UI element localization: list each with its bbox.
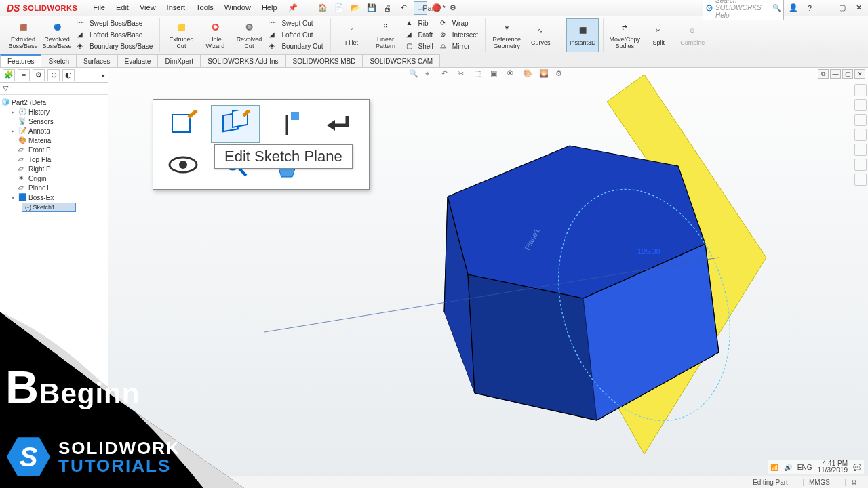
curves-button[interactable]: ∿Curves xyxy=(524,18,557,52)
feature-tree-tab-icon[interactable]: 🧩 xyxy=(3,69,15,81)
user-icon[interactable]: 👤 xyxy=(787,2,800,14)
tree-sketch1[interactable]: (-) Sketch1 xyxy=(22,203,76,212)
taskpane-explore-icon[interactable] xyxy=(854,114,867,126)
hole-wizard-button[interactable]: ⭕Hole Wizard xyxy=(199,18,231,52)
fillet-button[interactable]: ◜Fillet xyxy=(336,18,368,52)
tree-origin[interactable]: ✶Origin xyxy=(1,174,106,183)
search-glass-icon[interactable]: 🔍 xyxy=(772,4,781,12)
print-icon[interactable]: 🖨 xyxy=(381,1,395,15)
maximize-icon[interactable]: ▢ xyxy=(835,2,849,14)
close-icon[interactable]: ✕ xyxy=(852,2,865,14)
svg-text:?: ? xyxy=(708,6,711,11)
rib-button[interactable]: ▲Rib xyxy=(403,18,436,29)
dim-tab-icon[interactable]: ⊕ xyxy=(47,69,60,81)
tree-front-plane[interactable]: ▱Front P xyxy=(1,145,106,155)
tab-surfaces[interactable]: Surfaces xyxy=(76,54,117,67)
display-tab-icon[interactable]: ◐ xyxy=(62,69,75,81)
taskpane-appear-icon[interactable] xyxy=(854,144,867,156)
taskpane-view-icon[interactable] xyxy=(854,129,867,141)
tab-evaluate[interactable]: Evaluate xyxy=(117,54,159,67)
dimension-label: 105.38 xyxy=(637,247,660,256)
help-icon: ? xyxy=(706,5,713,12)
status-units[interactable]: MMGS xyxy=(803,479,835,486)
menu-view[interactable]: View xyxy=(135,1,161,14)
open-icon[interactable]: 📂 xyxy=(349,1,362,15)
options-icon[interactable]: ⚙ xyxy=(446,1,460,15)
ctx-edit-sketch-plane-icon[interactable] xyxy=(211,105,260,143)
menu-insert[interactable]: Insert xyxy=(162,1,191,14)
ctx-back-icon[interactable] xyxy=(315,105,364,143)
taskpane-forum-icon[interactable] xyxy=(854,174,867,186)
mirror-button[interactable]: ⧋Mirror xyxy=(437,41,481,52)
tab-addins[interactable]: SOLIDWORKS Add-Ins xyxy=(200,54,285,67)
ctx-edit-sketch-icon[interactable] xyxy=(159,105,208,143)
search-help-box[interactable]: ? Search SOLIDWORKS Help 🔍 xyxy=(703,0,784,20)
lofted-cut-button[interactable]: ◢Lofted Cut xyxy=(267,30,326,41)
title-bar: DS SOLIDWORKS File Edit View Insert Tool… xyxy=(0,0,868,16)
tab-sketch[interactable]: Sketch xyxy=(41,54,77,67)
tray-notif-icon[interactable]: 💬 xyxy=(853,464,861,471)
revolved-cut-button[interactable]: 🔘Revolved Cut xyxy=(233,18,265,52)
save-icon[interactable]: 💾 xyxy=(365,1,378,15)
taskpane-prop-icon[interactable] xyxy=(854,159,867,171)
tab-features[interactable]: Features xyxy=(0,54,41,67)
tree-root[interactable]: 🧊Part2 (Defa xyxy=(1,98,106,107)
vp-close-icon[interactable]: ✕ xyxy=(854,69,865,79)
tree-top-plane[interactable]: ▱Top Pla xyxy=(1,155,106,164)
tray-sound-icon[interactable]: 🔊 xyxy=(784,464,792,471)
wrap-button[interactable]: ⟳Wrap xyxy=(437,18,481,29)
tab-dimxpert[interactable]: DimXpert xyxy=(157,54,201,67)
filter-icon[interactable]: ▽ xyxy=(0,83,108,95)
tree-plane1[interactable]: ▱Plane1 xyxy=(1,183,106,192)
minimize-icon[interactable]: — xyxy=(819,2,833,14)
revolved-boss-button[interactable]: 🔵Revolved Boss/Base xyxy=(41,18,73,52)
lofted-boss-button[interactable]: ◢Lofted Boss/Base xyxy=(75,30,155,41)
split-button[interactable]: ✂Split xyxy=(642,18,675,52)
tray-wifi-icon[interactable]: 📶 xyxy=(770,464,778,471)
tree-boss-extrude[interactable]: ▾🟦Boss-Ex xyxy=(1,192,106,202)
menu-window[interactable]: Window xyxy=(220,1,256,14)
swept-cut-button[interactable]: 〰Swept Cut xyxy=(267,18,326,29)
feature-tree: 🧊Part2 (Defa ▸🕘History 📡Sensors ▸📝Annota… xyxy=(0,95,108,215)
menu-pin-icon[interactable]: 📌 xyxy=(283,1,302,14)
tree-annotations[interactable]: ▸📝Annota xyxy=(1,126,106,136)
tab-cam[interactable]: SOLIDWORKS CAM xyxy=(362,54,440,67)
sidebar-arrow-icon[interactable]: ▸ xyxy=(102,72,105,79)
boundary-cut-button[interactable]: ◈Boundary Cut xyxy=(267,41,326,52)
intersect-button[interactable]: ⊗Intersect xyxy=(437,30,481,41)
help-dropdown-icon[interactable]: ? xyxy=(803,2,816,14)
linear-pattern-button[interactable]: ⠿Linear Pattern xyxy=(370,18,402,52)
tree-material[interactable]: 🎨Materia xyxy=(1,136,106,145)
tree-right-plane[interactable]: ▱Right P xyxy=(1,164,106,174)
reference-geometry-button[interactable]: ◈Reference Geometry xyxy=(490,18,523,52)
boundary-boss-button[interactable]: ◈Boundary Boss/Base xyxy=(75,41,155,52)
combine-button[interactable]: ⊕Combine xyxy=(676,18,709,52)
extruded-boss-button[interactable]: 🟫Extruded Boss/Base xyxy=(7,18,39,52)
context-tooltip: Edit Sketch Plane xyxy=(214,144,353,169)
draft-button[interactable]: ◢Draft xyxy=(403,30,436,41)
config-tab-icon[interactable]: ⚙ xyxy=(33,69,45,81)
move-copy-button[interactable]: ⇄Move/Copy Bodies xyxy=(608,18,641,52)
menu-file[interactable]: File xyxy=(88,1,110,14)
branding-footer: S SOLIDWORK TUTORIALS xyxy=(7,435,180,479)
menu-help[interactable]: Help xyxy=(257,1,282,14)
undo-icon[interactable]: ↶ xyxy=(397,1,411,15)
swept-boss-button[interactable]: 〰Swept Boss/Base xyxy=(75,18,155,29)
tray-lang[interactable]: ENG xyxy=(797,464,812,471)
tree-history[interactable]: ▸🕘History xyxy=(1,107,106,117)
shell-button[interactable]: ▢Shell xyxy=(403,41,436,52)
home-icon[interactable]: 🏠 xyxy=(316,1,330,15)
menu-edit[interactable]: Edit xyxy=(111,1,134,14)
property-tab-icon[interactable]: ≡ xyxy=(18,69,30,81)
ctx-show-icon[interactable] xyxy=(159,146,208,184)
ctx-normal-to-icon[interactable] xyxy=(262,105,312,143)
tab-mbd[interactable]: SOLIDWORKS MBD xyxy=(285,54,363,67)
taskpane-home-icon[interactable] xyxy=(854,84,867,96)
extruded-cut-button[interactable]: 🟨Extruded Cut xyxy=(165,18,197,52)
menu-tools[interactable]: Tools xyxy=(191,1,218,14)
instant3d-button[interactable]: ⬛Instant3D xyxy=(566,18,599,52)
new-icon[interactable]: 📄 xyxy=(332,1,346,15)
status-extra-icon[interactable]: ⚙ xyxy=(845,479,863,486)
taskpane-lib-icon[interactable] xyxy=(854,99,867,111)
tree-sensors[interactable]: 📡Sensors xyxy=(1,117,106,126)
